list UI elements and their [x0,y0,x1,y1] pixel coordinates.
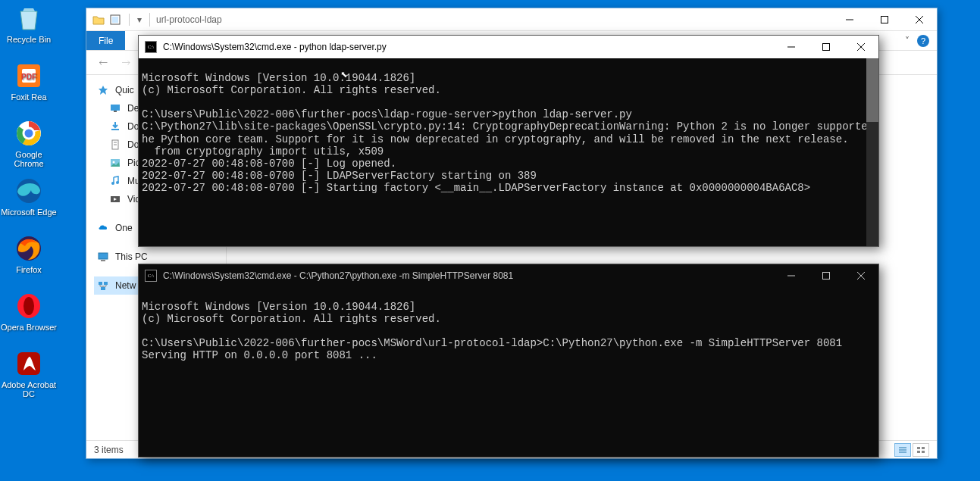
close-button[interactable] [844,264,878,287]
svg-rect-32 [99,282,102,285]
documents-folder-icon [109,139,121,151]
pictures-folder-icon [109,157,121,169]
opera-browser-icon [14,291,44,321]
desktop-icon-label: Recycle Bin [7,35,51,44]
scrollbar-thumb[interactable] [866,58,878,122]
svg-marker-18 [99,86,108,95]
explorer-titlebar[interactable]: ▾ url-protocol-ldap [86,8,937,31]
cmd-icon [145,270,157,282]
svg-rect-40 [917,451,920,453]
close-button[interactable] [844,36,878,58]
desktop-icon-label: Google Chrome [0,150,58,168]
desktop-icon-label: Adobe Acrobat DC [0,380,58,398]
svg-rect-30 [99,253,108,259]
maximize-button[interactable] [867,8,902,31]
network-icon [97,280,109,292]
svg-text:PDF: PDF [21,73,36,81]
close-button[interactable] [902,8,937,31]
this-pc-icon [97,251,109,263]
help-icon[interactable]: ? [917,35,929,47]
sidebar-item-label: Netw [115,280,136,291]
desktop-icon-recycle-bin[interactable]: Recycle Bin [0,3,58,61]
desktop-icon-acrobat[interactable]: Adobe Acrobat DC [0,348,58,406]
desktop-icon-label: Microsoft Edge [1,208,56,217]
cmd-output[interactable]: Microsoft Windows [Version 10.0.19044.18… [139,58,878,246]
desktop-icon-label: Firefox [16,265,42,274]
desktop-folder-icon [109,102,121,114]
svg-rect-19 [111,105,120,111]
cmd-title-text: C:\Windows\System32\cmd.exe - python lda… [163,42,387,52]
desktop-icon-foxit[interactable]: PDF Foxit Rea [0,61,58,118]
desktop-icon-label: Foxit Rea [11,92,46,102]
svg-rect-41 [922,451,925,453]
svg-rect-43 [823,44,830,51]
svg-rect-34 [101,287,105,290]
cmd-window-http: C:\Windows\System32\cmd.exe - C:\Python2… [138,264,879,458]
svg-rect-31 [101,260,105,261]
maximize-button[interactable] [809,264,844,287]
svg-rect-33 [104,282,108,285]
minimize-button[interactable] [774,264,809,287]
term-line: Microsoft Windows [Version 10.0.19044.18… [142,301,842,361]
svg-rect-39 [922,447,925,449]
status-item-count: 3 items [94,445,124,455]
svg-point-25 [113,161,115,164]
desktop-icon-opera[interactable]: Opera Browser [0,291,58,348]
sidebar-item-label: This PC [115,251,148,262]
firefox-icon [14,233,44,264]
folder-icon [92,14,105,26]
sidebar-item-label: One [115,223,133,233]
cmd-title-text: C:\Windows\System32\cmd.exe - C:\Python2… [163,270,513,281]
google-chrome-icon [14,118,44,148]
desktop-icons: Recycle Bin PDF Foxit Rea Google Chrome … [0,0,61,406]
sidebar-item-label: Quic [115,85,134,95]
desktop-icon-chrome[interactable]: Google Chrome [0,118,58,176]
microsoft-edge-icon [14,176,44,206]
cmd-output[interactable]: Microsoft Windows [Version 10.0.19044.18… [139,287,878,457]
ribbon-expand-icon[interactable]: ˅ [905,36,910,46]
qat-dropdown-icon[interactable]: ▾ [137,14,142,25]
term-line: Microsoft Windows [Version 10.0.19044.18… [142,72,878,194]
view-large-icons-button[interactable] [913,443,929,457]
nav-back-button[interactable]: 🡐 [94,54,112,72]
foxit-reader-icon: PDF [14,61,44,91]
desktop-icon-label: Opera Browser [1,323,57,332]
svg-rect-38 [917,447,920,449]
open-folder-icon[interactable] [109,14,121,26]
cmd-titlebar[interactable]: C:\Windows\System32\cmd.exe - python lda… [139,36,878,58]
downloads-folder-icon [109,120,121,133]
cmd-window-ldap: C:\Windows\System32\cmd.exe - python lda… [138,35,879,247]
window-title: url-protocol-ldap [156,14,222,25]
svg-rect-47 [823,273,830,280]
maximize-button[interactable] [809,36,844,58]
desktop-icon-firefox[interactable]: Firefox [0,233,58,291]
svg-rect-13 [112,17,118,23]
minimize-button[interactable] [774,36,809,58]
music-folder-icon [109,175,121,187]
file-tab[interactable]: File [86,31,125,50]
desktop-icon-edge[interactable]: Microsoft Edge [0,176,58,233]
svg-rect-20 [114,111,117,112]
minimize-button[interactable] [832,8,867,31]
svg-point-10 [23,297,34,315]
quick-access-icon [97,84,109,96]
svg-point-27 [116,181,119,184]
recycle-bin-icon [14,3,44,33]
adobe-acrobat-icon [14,348,44,379]
videos-folder-icon [109,193,121,205]
cmd-titlebar[interactable]: C:\Windows\System32\cmd.exe - C:\Python2… [139,264,878,287]
cmd-icon [145,41,157,53]
onedrive-icon [97,222,109,234]
svg-rect-15 [881,16,888,23]
svg-point-26 [111,182,114,185]
view-details-button[interactable] [894,443,911,457]
nav-forward-button[interactable]: 🡒 [117,54,135,72]
